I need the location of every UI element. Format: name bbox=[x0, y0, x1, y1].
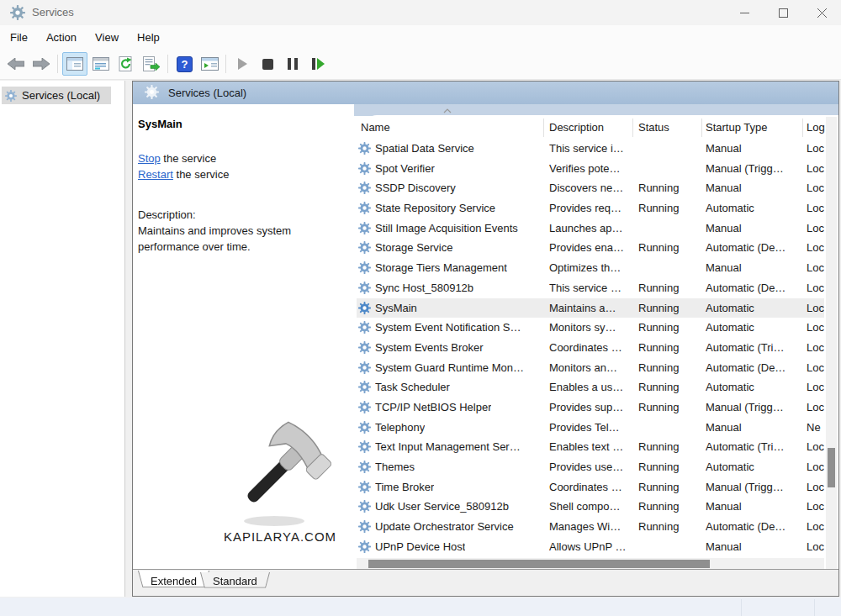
table-row[interactable]: Sync Host_580912bThis service …RunningAu… bbox=[357, 278, 824, 298]
cell-startup-type: Automatic bbox=[706, 321, 754, 334]
tab-extended[interactable]: Extended bbox=[138, 572, 209, 590]
services-window: Services File Action View Help bbox=[0, 0, 841, 598]
desktop-strip bbox=[0, 598, 841, 616]
table-row[interactable]: UPnP Device HostAllows UPnP …ManualLoc bbox=[357, 537, 824, 557]
column-header-name[interactable]: Name bbox=[361, 121, 390, 134]
column-header-description[interactable]: Description bbox=[549, 121, 604, 134]
cell-startup-type: Manual (Trigg… bbox=[706, 481, 784, 493]
refresh-icon[interactable] bbox=[114, 53, 138, 75]
table-row[interactable]: Spatial Data ServiceThis service i…Manua… bbox=[357, 139, 824, 159]
cell-status: Running bbox=[638, 401, 679, 413]
cell-log-on-as: Loc bbox=[807, 222, 824, 234]
vertical-scrollbar[interactable] bbox=[826, 117, 837, 571]
table-row[interactable]: State Repository ServiceProvides req…Run… bbox=[357, 198, 824, 218]
menu-help[interactable]: Help bbox=[129, 28, 168, 47]
table-row[interactable]: Still Image Acquisition EventsLaunches a… bbox=[357, 218, 824, 239]
cell-name: Spot Verifier bbox=[375, 162, 435, 175]
forward-icon[interactable] bbox=[29, 53, 53, 75]
cell-startup-type: Manual (Trigg… bbox=[706, 162, 784, 175]
maximize-button[interactable] bbox=[764, 0, 802, 25]
minimize-button[interactable] bbox=[725, 0, 764, 25]
table-row[interactable]: Udk User Service_580912bShell compo…Runn… bbox=[357, 497, 824, 517]
title-bar[interactable]: Services bbox=[0, 0, 841, 25]
services-table-body: Spatial Data ServiceThis service i…Manua… bbox=[357, 139, 824, 556]
start-service-icon[interactable] bbox=[230, 53, 254, 75]
cell-startup-type: Manual bbox=[706, 261, 742, 274]
cell-status: Running bbox=[638, 282, 679, 294]
help-icon[interactable]: ? bbox=[172, 53, 196, 75]
horizontal-scrollbar[interactable] bbox=[357, 558, 824, 570]
table-row[interactable]: Time BrokerCoordinates …RunningManual (T… bbox=[357, 477, 824, 498]
table-row[interactable]: Text Input Management Ser…Enables text …… bbox=[357, 437, 824, 457]
column-divider[interactable] bbox=[632, 118, 633, 137]
cell-startup-type: Automatic bbox=[706, 381, 754, 393]
table-row[interactable]: Storage ServiceProvides ena…RunningAutom… bbox=[357, 238, 824, 258]
service-gear-icon bbox=[358, 162, 371, 175]
extended-view: SysMain Stop the service Restart the ser… bbox=[133, 104, 838, 571]
service-controls: Stop the service Restart the service bbox=[138, 150, 229, 182]
cell-description: Discovers ne… bbox=[549, 182, 623, 194]
restart-suffix: the service bbox=[173, 168, 229, 181]
toolbar-separator bbox=[225, 55, 226, 73]
export-list-icon[interactable] bbox=[140, 53, 163, 75]
cell-description: Coordinates … bbox=[549, 341, 622, 354]
show-action-pane-icon[interactable] bbox=[198, 53, 221, 75]
cell-status: Running bbox=[638, 481, 679, 493]
table-row[interactable]: System Event Notification S…Monitors sy…… bbox=[357, 318, 824, 338]
cell-name: System Guard Runtime Mon… bbox=[375, 361, 524, 374]
list-top-strip bbox=[354, 104, 838, 116]
restart-service-icon[interactable] bbox=[306, 53, 330, 75]
restart-service-link[interactable]: Restart bbox=[138, 168, 173, 181]
menu-action[interactable]: Action bbox=[38, 28, 85, 47]
column-header-status[interactable]: Status bbox=[638, 121, 669, 134]
strip-divider bbox=[741, 599, 742, 616]
sort-ascending-icon bbox=[443, 108, 452, 113]
cell-description: Coordinates … bbox=[549, 481, 622, 493]
menu-view[interactable]: View bbox=[87, 28, 127, 47]
table-row[interactable]: System Events BrokerCoordinates …Running… bbox=[357, 338, 824, 358]
stop-service-icon[interactable] bbox=[256, 53, 279, 75]
tab-standard[interactable]: Standard bbox=[200, 572, 270, 590]
table-row[interactable]: Storage Tiers ManagementOptimizes th…Man… bbox=[357, 258, 824, 278]
cell-status: Running bbox=[638, 182, 679, 194]
back-icon[interactable] bbox=[4, 53, 28, 75]
table-row[interactable]: TelephonyProvides Tel…ManualNe bbox=[357, 418, 824, 438]
pause-service-icon[interactable] bbox=[281, 53, 304, 75]
horizontal-scrollbar-thumb[interactable] bbox=[368, 560, 710, 568]
service-gear-icon bbox=[358, 361, 371, 374]
cell-description: Allows UPnP … bbox=[549, 540, 627, 553]
table-row[interactable]: SysMainMaintains a…RunningAutomaticLoc bbox=[357, 298, 824, 319]
tree-item-services-local[interactable]: Services (Local) bbox=[2, 87, 111, 104]
stop-service-link[interactable]: Stop bbox=[138, 152, 161, 165]
column-header-logon[interactable]: Log bbox=[807, 121, 825, 134]
column-divider[interactable] bbox=[543, 118, 544, 137]
service-gear-icon bbox=[358, 341, 371, 354]
vertical-scrollbar-thumb[interactable] bbox=[828, 448, 835, 487]
table-row[interactable]: Update Orchestrator ServiceManages Wi…Ru… bbox=[357, 517, 824, 537]
cell-description: Manages Wi… bbox=[549, 520, 621, 533]
service-gear-icon bbox=[358, 282, 371, 294]
toolbar-separator bbox=[57, 55, 58, 73]
close-button[interactable] bbox=[802, 0, 841, 25]
table-row[interactable]: TCP/IP NetBIOS HelperProvides sup…Runnin… bbox=[357, 398, 824, 418]
properties-icon[interactable] bbox=[89, 53, 113, 75]
column-header-startup[interactable]: Startup Type bbox=[706, 121, 767, 134]
menu-file[interactable]: File bbox=[2, 28, 36, 47]
column-divider[interactable] bbox=[701, 118, 702, 137]
cell-status: Running bbox=[638, 202, 679, 214]
cell-startup-type: Automatic (De… bbox=[706, 282, 785, 294]
table-row[interactable]: Spot VerifierVerifies pote…Manual (Trigg… bbox=[357, 159, 824, 179]
cell-status: Running bbox=[638, 500, 679, 513]
cell-name: TCP/IP NetBIOS Helper bbox=[375, 401, 491, 413]
table-row[interactable]: ThemesProvides use…RunningAutomaticLoc bbox=[357, 457, 824, 477]
show-console-tree-icon[interactable] bbox=[62, 52, 87, 76]
table-row[interactable]: Task SchedulerEnables a us…RunningAutoma… bbox=[357, 377, 824, 398]
cell-startup-type: Manual bbox=[706, 540, 742, 553]
table-row[interactable]: SSDP DiscoveryDiscovers ne…RunningManual… bbox=[357, 178, 824, 198]
column-divider[interactable] bbox=[802, 118, 803, 137]
table-row[interactable]: System Guard Runtime Mon…Monitors an…Run… bbox=[357, 358, 824, 378]
cell-description: Provides sup… bbox=[549, 401, 623, 413]
cell-startup-type: Automatic bbox=[706, 461, 754, 473]
cell-description: This service i… bbox=[549, 142, 624, 155]
cell-name: Sync Host_580912b bbox=[375, 282, 473, 294]
